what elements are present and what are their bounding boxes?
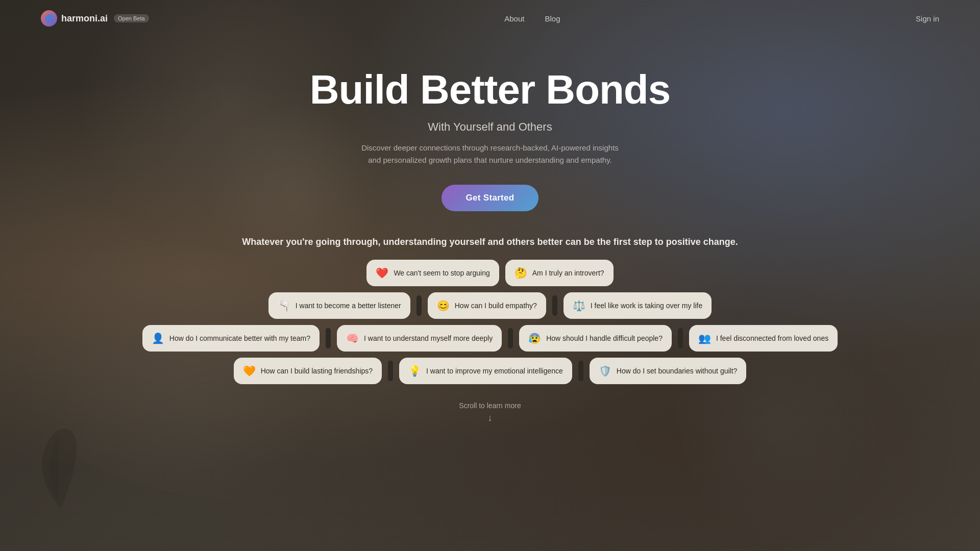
card-text: We can't seem to stop arguing: [394, 269, 489, 277]
card-icon: 😊: [437, 299, 450, 312]
cards-row-4: 🧡 How can I build lasting friendships? 💡…: [234, 358, 747, 384]
card-icon: 🧡: [243, 365, 256, 377]
mid-tagline: Whatever you're going through, understan…: [0, 227, 980, 260]
cards-row-3: 👤 How do I communicate better with my te…: [142, 325, 838, 352]
card-text: I want to become a better listener: [296, 302, 401, 310]
card-text: I feel disconnected from loved ones: [716, 334, 828, 342]
open-beta-badge: Open Beta: [114, 14, 149, 22]
scroll-hint: Scroll to learn more ↓: [0, 402, 980, 423]
logo-area: 🌀 harmoni.ai Open Beta: [41, 10, 149, 27]
nav-links: About Blog: [504, 14, 560, 23]
leaf-decoration-left: [31, 416, 92, 520]
cards-row-1: ❤️ We can't seem to stop arguing 🤔 Am I …: [366, 260, 613, 286]
card-work-life[interactable]: ⚖️ I feel like work is taking over my li…: [564, 292, 712, 319]
card-understand-myself[interactable]: 🧠 I want to understand myself more deepl…: [337, 325, 502, 352]
sign-in-button[interactable]: Sign in: [916, 14, 939, 23]
logo-text: harmoni.ai: [61, 13, 108, 24]
card-text: I want to improve my emotional intellige…: [426, 367, 563, 375]
card-communicate-team[interactable]: 👤 How do I communicate better with my te…: [142, 325, 320, 352]
navbar: 🌀 harmoni.ai Open Beta About Blog Sign i…: [0, 0, 980, 37]
card-icon: 🤔: [514, 267, 527, 279]
card-text: How can I build empathy?: [455, 302, 537, 310]
blog-link[interactable]: Blog: [545, 14, 560, 23]
card-text: How do I communicate better with my team…: [169, 334, 310, 342]
card-emotional-intelligence[interactable]: 💡 I want to improve my emotional intelli…: [399, 358, 572, 384]
card-icon: 😰: [528, 332, 541, 344]
card-icon: ⚖️: [573, 299, 585, 312]
card-boundaries[interactable]: 🛡️ How do I set boundaries without guilt…: [590, 358, 747, 384]
logo-icon: 🌀: [41, 10, 57, 27]
cards-row-2: 🫗 I want to become a better listener 😊 H…: [268, 292, 712, 319]
card-difficult-people[interactable]: 😰 How should I handle difficult people?: [519, 325, 672, 352]
card-text: How do I set boundaries without guilt?: [617, 367, 738, 375]
get-started-button[interactable]: Get Started: [442, 185, 539, 211]
card-better-listener[interactable]: 🫗 I want to become a better listener: [268, 292, 410, 319]
card-separator: [416, 295, 422, 316]
card-text: Am I truly an introvert?: [532, 269, 604, 277]
card-text: How can I build lasting friendships?: [261, 367, 373, 375]
about-link[interactable]: About: [504, 14, 524, 23]
cards-section: ❤️ We can't seem to stop arguing 🤔 Am I …: [0, 260, 980, 389]
hero-description: Discover deeper connections through rese…: [357, 142, 623, 166]
card-icon: 🛡️: [599, 365, 611, 377]
card-text: I want to understand myself more deeply: [364, 334, 493, 342]
card-build-empathy[interactable]: 😊 How can I build empathy?: [428, 292, 546, 319]
card-separator: [552, 295, 557, 316]
card-separator: [578, 361, 583, 381]
card-icon: ❤️: [376, 267, 388, 279]
card-text: How should I handle difficult people?: [546, 334, 663, 342]
card-icon: 🧠: [346, 332, 359, 344]
scroll-arrow-icon: ↓: [0, 413, 980, 423]
card-introvert[interactable]: 🤔 Am I truly an introvert?: [505, 260, 614, 286]
card-separator: [508, 328, 513, 348]
card-icon: 💡: [408, 365, 421, 377]
card-separator: [678, 328, 683, 348]
card-stop-arguing[interactable]: ❤️ We can't seem to stop arguing: [366, 260, 499, 286]
scroll-label: Scroll to learn more: [459, 402, 521, 410]
hero-title: Build Better Bonds: [10, 67, 970, 112]
card-disconnected[interactable]: 👥 I feel disconnected from loved ones: [689, 325, 838, 352]
card-text: I feel like work is taking over my life: [591, 302, 702, 310]
hero-section: Build Better Bonds With Yourself and Oth…: [0, 37, 980, 227]
card-friendships[interactable]: 🧡 How can I build lasting friendships?: [234, 358, 382, 384]
card-icon: 👤: [152, 332, 164, 344]
card-separator: [388, 361, 393, 381]
card-separator: [326, 328, 331, 348]
card-icon: 🫗: [278, 299, 290, 312]
card-icon: 👥: [698, 332, 711, 344]
hero-subtitle: With Yourself and Others: [10, 120, 970, 134]
